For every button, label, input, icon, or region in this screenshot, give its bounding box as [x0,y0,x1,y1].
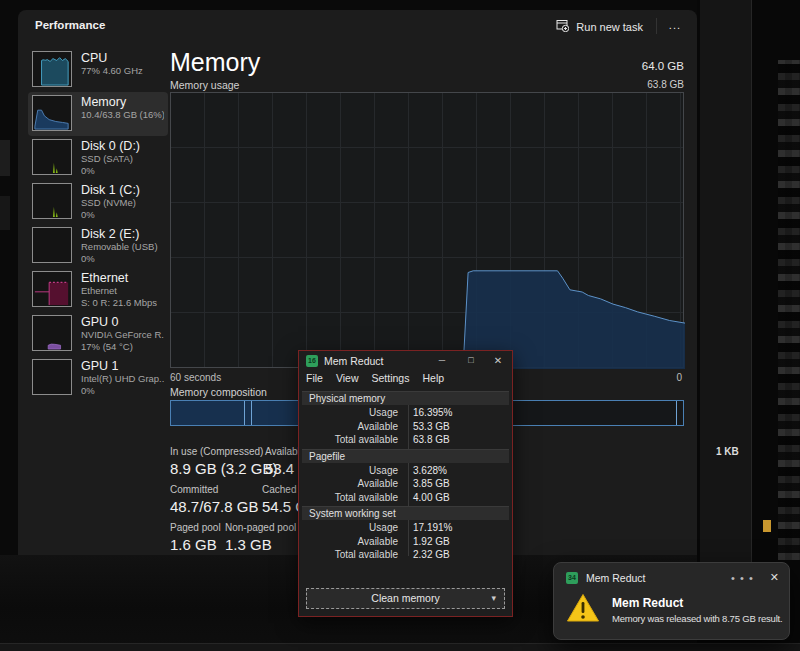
sidebar-item-disk-1-c[interactable]: Disk 1 (C:)SSD (NVMe)0% [28,180,168,224]
menu-item-settings[interactable]: Settings [372,372,410,384]
sidebar-item-subtitle: 0% [81,165,140,177]
background-window-fragment [0,140,10,176]
toast-title: Mem Reduct [612,596,782,610]
stat-value: 8.9 GB (3.2 GB) [170,460,265,477]
section-header-pagefile: Pagefile [302,449,509,463]
sidebar-item-memory[interactable]: Memory10.4/63.8 GB (16%) [28,92,168,136]
mem-reduct-window: 16 Mem Reduct ─ □ ✕ FileViewSettingsHelp… [298,350,513,617]
row-value: 3.85 GB [405,477,450,491]
sidebar-item-cpu[interactable]: CPU77% 4.60 GHz [28,48,168,92]
memory-usage-label: Memory usage [170,79,239,91]
mem-reduct-titlebar[interactable]: 16 Mem Reduct ─ □ ✕ [299,351,512,371]
performance-sidebar: CPU77% 4.60 GHzMemory10.4/63.8 GB (16%)D… [28,48,168,400]
mem-reduct-app-icon: 16 [306,355,318,367]
disk-2-e-mini-graph-icon [32,227,72,263]
sidebar-item-text: CPU77% 4.60 GHz [81,51,143,77]
row-value: 3.628% [405,464,447,478]
menu-item-help[interactable]: Help [422,372,444,384]
memory-usage-area [171,93,685,369]
memory-capacity: 64.0 GB [642,60,684,72]
sidebar-item-disk-0-d[interactable]: Disk 0 (D:)SSD (SATA)0% [28,136,168,180]
maximize-button[interactable]: □ [463,353,479,368]
background-window-fragment [0,196,10,230]
stat-value: 48.7/67.8 GB [170,498,262,515]
table-row: Total available2.32 GB [302,548,509,562]
page-title: Performance [35,19,105,31]
notification-toast[interactable]: 34 Mem Reduct • • • ✕ Mem Reduct Memory … [553,562,790,640]
run-new-task-button[interactable]: Run new task [548,15,651,38]
row-label: Available [302,535,405,549]
sidebar-item-title: Disk 2 (E:) [81,227,158,241]
table-row: Total available4.00 GB [302,491,509,505]
sidebar-item-ethernet[interactable]: EthernetEthernetS: 0 R: 21.6 Mbps [28,268,168,312]
toast-header: 34 Mem Reduct • • • ✕ [566,571,779,584]
row-label: Usage [302,464,405,478]
chart-scale-max: 63.8 GB [647,79,684,90]
sidebar-item-text: Disk 0 (D:)SSD (SATA)0% [81,139,140,176]
screen: 1 KB Performance Run new task ... CPU77%… [0,0,800,651]
disk-0-d-mini-graph-icon [32,139,72,175]
table-row: Available1.92 GB [302,535,509,549]
sidebar-item-subtitle: S: 0 R: 21.6 Mbps [81,297,157,309]
sidebar-item-text: GPU 1Intel(R) UHD Grap...0% [81,359,164,396]
composition-divider [676,401,677,425]
toast-more-options-button[interactable]: • • • [731,572,754,584]
sidebar-item-text: Memory10.4/63.8 GB (16%) [81,95,164,121]
stat-non-paged-pool: Non-paged pool1.3 GB [225,522,296,553]
menu-item-file[interactable]: File [306,372,323,384]
row-label: Total available [302,548,405,562]
sidebar-item-title: GPU 0 [81,315,164,329]
section-header-system-working-set: System working set [302,506,509,520]
stat-value: 1.6 GB [170,536,225,553]
run-new-task-icon [556,19,569,34]
menu-item-view[interactable]: View [336,372,359,384]
row-label: Available [302,477,405,491]
sidebar-item-gpu-0[interactable]: GPU 0NVIDIA GeForce R...17% (54 °C) [28,312,168,356]
stat-label: Paged pool [170,522,225,533]
stat-label: Committed [170,484,262,495]
clean-memory-button[interactable]: Clean memory ▾ [306,588,505,609]
sidebar-item-gpu-1[interactable]: GPU 1Intel(R) UHD Grap...0% [28,356,168,400]
sidebar-item-text: Disk 1 (C:)SSD (NVMe)0% [81,183,140,220]
table-row: Available53.3 GB [302,420,509,434]
table-row: Usage17.191% [302,521,509,535]
clean-memory-label: Clean memory [371,592,439,604]
sidebar-item-subtitle: Removable (USB) [81,241,158,253]
cpu-mini-graph-icon [32,51,72,87]
gpu-1-mini-graph-icon [32,359,72,395]
toast-close-button[interactable]: ✕ [770,571,779,584]
sidebar-item-subtitle: 77% 4.60 GHz [81,65,143,77]
stat-paged-pool: Paged pool1.6 GB [170,522,225,553]
ethernet-mini-graph-icon [32,271,72,307]
sidebar-item-subtitle: 17% (54 °C) [81,341,164,353]
minimize-button[interactable]: ─ [434,353,450,368]
sidebar-item-subtitle: 10.4/63.8 GB (16%) [81,109,164,121]
table-row: Total available63.8 GB [302,433,509,447]
toast-body: Mem Reduct Memory was released with 8.75… [566,593,781,627]
sidebar-item-subtitle: 0% [81,253,158,265]
sidebar-item-text: GPU 0NVIDIA GeForce R...17% (54 °C) [81,315,164,352]
memory-heading: Memory [170,48,260,77]
memory-mini-graph-icon [32,95,72,131]
background-window-fragment [700,0,752,612]
sidebar-item-disk-2-e[interactable]: Disk 2 (E:)Removable (USB)0% [28,224,168,268]
section-header-physical-memory: Physical memory [302,391,509,405]
stat-label: In use (Compressed) [170,446,265,457]
row-label: Usage [302,521,405,535]
sidebar-item-subtitle: 0% [81,209,140,221]
more-options-button[interactable]: ... [663,15,687,35]
chart-time-left: 60 seconds [170,372,221,383]
gpu-0-mini-graph-icon [32,315,72,351]
composition-divider [251,401,252,425]
row-label: Total available [302,433,405,447]
sidebar-item-title: Memory [81,95,164,109]
sidebar-item-subtitle: Ethernet [81,285,157,297]
background-highlight-fragment [763,520,771,532]
close-button[interactable]: ✕ [490,353,506,368]
chevron-down-icon[interactable]: ▾ [491,589,496,608]
table-row: Usage16.395% [302,406,509,420]
memory-usage-chart [170,92,684,368]
warning-icon [566,593,600,627]
toast-text: Mem Reduct Memory was released with 8.75… [612,596,782,624]
sidebar-item-subtitle: NVIDIA GeForce R... [81,329,164,341]
